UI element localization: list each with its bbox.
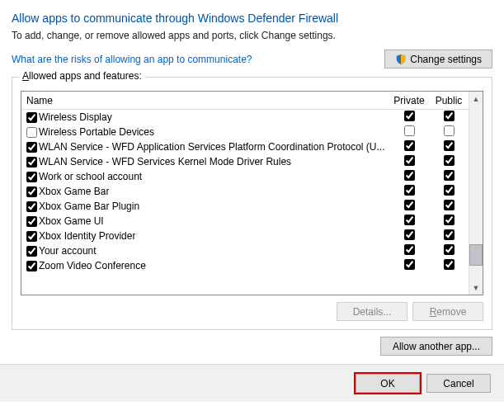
row-private-checkbox[interactable] [404, 140, 415, 151]
row-enable-checkbox[interactable] [26, 231, 37, 242]
column-private[interactable]: Private [389, 95, 429, 106]
row-name-label: Xbox Game UI [39, 215, 104, 227]
table-row[interactable]: Xbox Identity Provider [21, 229, 469, 243]
row-name-label: Xbox Game Bar [39, 186, 109, 197]
scroll-up-button[interactable]: ▲ [469, 92, 483, 106]
row-name-label: WLAN Service - WFD Services Kernel Mode … [39, 156, 291, 168]
table-row[interactable]: Wireless Portable Devices [21, 125, 469, 139]
row-enable-checkbox[interactable] [26, 216, 37, 227]
row-public-checkbox[interactable] [444, 111, 455, 121]
group-label: Allowed apps and features: [19, 70, 145, 82]
scroll-down-button[interactable]: ▼ [469, 281, 483, 295]
scroll-track[interactable] [469, 106, 483, 281]
row-public-checkbox[interactable] [444, 200, 455, 210]
shield-icon [395, 54, 407, 65]
row-private-checkbox[interactable] [404, 155, 415, 166]
row-name-label: WLAN Service - WFD Application Services … [39, 141, 384, 153]
row-private-checkbox[interactable] [404, 200, 415, 210]
scrollbar[interactable]: ▲ ▼ [469, 92, 483, 295]
row-public-checkbox[interactable] [444, 229, 455, 240]
table-row[interactable]: Zoom Video Conference [21, 258, 469, 273]
allow-another-app-button[interactable]: Allow another app... [380, 337, 492, 356]
row-name-label: Xbox Game Bar Plugin [39, 201, 139, 212]
row-public-checkbox[interactable] [444, 215, 455, 225]
row-private-checkbox[interactable] [404, 125, 415, 136]
row-name-label: Work or school account [39, 171, 142, 182]
cancel-button[interactable]: Cancel [426, 374, 491, 393]
column-public[interactable]: Public [429, 95, 469, 106]
row-enable-checkbox[interactable] [26, 246, 37, 257]
row-public-checkbox[interactable] [444, 259, 455, 270]
row-private-checkbox[interactable] [404, 229, 415, 240]
row-private-checkbox[interactable] [404, 170, 415, 181]
row-enable-checkbox[interactable] [26, 201, 37, 212]
row-public-checkbox[interactable] [444, 170, 455, 181]
row-name-label: Zoom Video Conference [39, 260, 146, 271]
row-public-checkbox[interactable] [444, 185, 455, 196]
row-name-label: Your account [39, 245, 97, 257]
table-row[interactable]: WLAN Service - WFD Application Services … [21, 139, 469, 154]
row-enable-checkbox[interactable] [26, 261, 37, 271]
table-row[interactable]: Xbox Game Bar [21, 184, 469, 199]
row-public-checkbox[interactable] [444, 140, 455, 151]
details-button[interactable]: Details... [337, 302, 407, 321]
row-name-label: Wireless Portable Devices [39, 126, 154, 138]
change-settings-label: Change settings [410, 54, 482, 65]
row-public-checkbox[interactable] [444, 125, 455, 136]
row-private-checkbox[interactable] [404, 244, 415, 255]
row-enable-checkbox[interactable] [26, 172, 37, 182]
row-public-checkbox[interactable] [444, 155, 455, 166]
ok-button[interactable]: OK [356, 374, 420, 393]
list-header: Name Private Public [21, 92, 469, 110]
row-name-label: Wireless Display [39, 111, 112, 123]
row-enable-checkbox[interactable] [26, 142, 37, 153]
row-enable-checkbox[interactable] [26, 186, 37, 197]
row-name-label: Xbox Identity Provider [39, 230, 135, 242]
row-private-checkbox[interactable] [404, 259, 415, 270]
table-row[interactable]: Work or school account [21, 169, 469, 184]
table-row[interactable]: Your account [21, 243, 469, 258]
table-row[interactable]: Xbox Game UI [21, 214, 469, 229]
risks-link[interactable]: What are the risks of allowing an app to… [12, 54, 252, 65]
row-public-checkbox[interactable] [444, 244, 455, 255]
row-enable-checkbox[interactable] [26, 157, 37, 168]
apps-list: Name Private Public Wireless DisplayWire… [21, 91, 483, 295]
remove-button[interactable]: Remove [412, 302, 483, 321]
column-name[interactable]: Name [21, 95, 389, 106]
row-private-checkbox[interactable] [404, 111, 415, 121]
row-private-checkbox[interactable] [404, 185, 415, 196]
page-subtitle: To add, change, or remove allowed apps a… [12, 30, 492, 41]
change-settings-button[interactable]: Change settings [384, 50, 492, 68]
row-private-checkbox[interactable] [404, 215, 415, 225]
dialog-footer: OK Cancel [0, 364, 504, 402]
row-enable-checkbox[interactable] [26, 127, 37, 138]
scroll-thumb[interactable] [469, 244, 483, 266]
table-row[interactable]: WLAN Service - WFD Services Kernel Mode … [21, 154, 469, 169]
table-row[interactable]: Wireless Display [21, 110, 469, 125]
allowed-apps-group: Allowed apps and features: Name Private … [12, 77, 492, 330]
row-enable-checkbox[interactable] [26, 112, 37, 123]
table-row[interactable]: Xbox Game Bar Plugin [21, 199, 469, 214]
page-title: Allow apps to communicate through Window… [12, 12, 492, 25]
